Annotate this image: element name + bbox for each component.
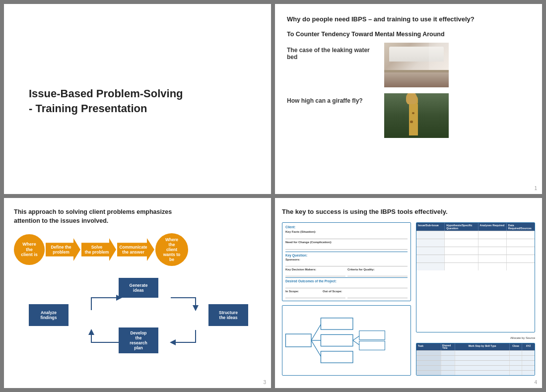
work-row-3 (416, 360, 535, 365)
in-scope-field (285, 294, 345, 298)
out-scope-field (347, 294, 408, 298)
slide2-question: Why do people need IBPS – and training t… (287, 15, 530, 24)
work-cell-close (510, 351, 522, 355)
svg-rect-0 (285, 334, 311, 347)
cycle-structure: Structurethe ideas (208, 304, 248, 326)
slide4-content: Client: Key Facts (Situation): Need for … (282, 222, 535, 376)
cell-2 (445, 255, 478, 262)
work-cell-close (510, 371, 522, 375)
cycle-diagram: Generateideas Structurethe ideas Develop… (14, 273, 263, 357)
slide3-title: This approach to solving client problems… (14, 208, 263, 225)
cell-1 (416, 247, 445, 255)
work-row-1 (416, 350, 535, 355)
table-row (416, 255, 535, 262)
slide-2: Why do people need IBPS – and training t… (275, 4, 542, 194)
svg-rect-4 (321, 318, 353, 329)
col-hypothesis: Hypothesis/Specific Question (445, 223, 478, 231)
case2-row: How high can a giraffe fly? (287, 93, 530, 138)
slide2-counter: To Counter Tendency Toward Mental Messin… (287, 31, 530, 38)
work-cell-steps (455, 351, 510, 355)
decision-label: Key Decision Makers: (285, 268, 345, 271)
context-form: Client: Key Facts (Situation): Need for … (282, 222, 411, 301)
work-cell-elapsed (441, 371, 455, 375)
work-cell-elapsed (441, 356, 455, 360)
work-cell-xyz (522, 356, 535, 360)
slide-1: Issue-Based Problem-Solving - Training P… (4, 4, 271, 194)
flow-step-1: Wheretheclient is (14, 234, 45, 265)
work-cell-task (416, 351, 441, 355)
work-row-2 (416, 355, 535, 360)
col-issue: Issue/Sub-Issue (416, 223, 445, 231)
work-row-4 (416, 365, 535, 370)
issue-table: Issue/Sub-Issue Hypothesis/Specific Ques… (416, 222, 535, 332)
table-row (416, 239, 535, 247)
desired-outcomes-field (285, 284, 408, 288)
flow-step-3: Solvethe problem (81, 238, 116, 261)
work-cell-xyz (522, 361, 535, 365)
svg-rect-9 (359, 331, 385, 340)
svg-rect-6 (321, 351, 353, 363)
need-change-field (285, 245, 408, 250)
cell-1 (416, 263, 445, 270)
slide4-right-col: Issue/Sub-Issue Hypothesis/Specific Ques… (416, 222, 535, 376)
work-plan-table: Task Elapsed Time Work Step by Skill Typ… (416, 343, 535, 376)
svg-line-7 (353, 336, 359, 340)
svg-line-3 (311, 340, 321, 356)
cell-4 (507, 247, 535, 255)
cycle-develop: Developtheresearchplan (119, 327, 158, 353)
work-cell-steps (455, 361, 510, 365)
work-cell-elapsed (441, 351, 455, 355)
need-change-label: Need for Change (Complication): (285, 241, 408, 244)
work-row-5 (416, 370, 535, 375)
criteria-field (347, 272, 408, 276)
key-facts-field (285, 234, 408, 239)
slide2-number: 1 (534, 186, 537, 191)
cell-1 (416, 239, 445, 247)
case2-text: How high can a giraffe fly? (287, 93, 376, 104)
flow-diagram: Wheretheclient is Define theproblem Solv… (14, 233, 263, 266)
col-xyz: XYZ (522, 343, 535, 350)
svg-line-1 (311, 325, 321, 340)
cell-3 (478, 263, 507, 270)
issue-tree-svg (282, 306, 410, 375)
work-cell-task (416, 371, 441, 375)
desired-outcomes-section: Desired Outcomes of the Project: (285, 277, 408, 283)
cell-1 (416, 255, 445, 262)
work-cell-steps (455, 356, 510, 360)
slide-4: The key to success is using the IBPS too… (275, 198, 542, 388)
table-row (416, 262, 535, 270)
work-cell-xyz (522, 366, 535, 370)
work-cell-task (416, 356, 441, 360)
slide-1-title: Issue-Based Problem-Solving - Training P… (19, 86, 183, 116)
sponsors-label: Sponsors: (285, 258, 408, 261)
scope-row: In Scope: Out of Scope: (285, 290, 408, 293)
slides-grid: Issue-Based Problem-Solving - Training P… (0, 0, 546, 392)
work-cell-task (416, 366, 441, 370)
work-cell-task (416, 361, 441, 365)
col-workstep: Work Step by Skill Type (455, 343, 510, 350)
work-cell-close (510, 356, 522, 360)
work-cell-steps (455, 366, 510, 370)
context-form-label: Client: (285, 225, 408, 229)
scope-fields (285, 294, 408, 298)
table-row (416, 231, 535, 239)
cell-2 (445, 231, 478, 239)
bed-image (384, 43, 449, 87)
allocation-label: Allocate by Source (416, 336, 535, 339)
slide4-left-col: Client: Key Facts (Situation): Need for … (282, 222, 411, 376)
cell-3 (478, 255, 507, 262)
cell-4 (507, 255, 535, 262)
table-body (416, 231, 535, 270)
cell-4 (507, 231, 535, 239)
slide3-number: 3 (263, 380, 266, 385)
table-row (416, 247, 535, 255)
col-analyses: Analyses Required (478, 223, 507, 231)
giraffe-image (384, 93, 449, 138)
cell-2 (445, 239, 478, 247)
work-cell-elapsed (441, 361, 455, 365)
slide4-title: The key to success is using the IBPS too… (282, 208, 535, 215)
work-cell-steps (455, 371, 510, 375)
decision-row: Key Decision Makers: Criteria for Qualit… (285, 268, 408, 276)
svg-rect-5 (321, 334, 353, 346)
flow-step-5: Wheretheclientwants tobe (155, 233, 188, 266)
